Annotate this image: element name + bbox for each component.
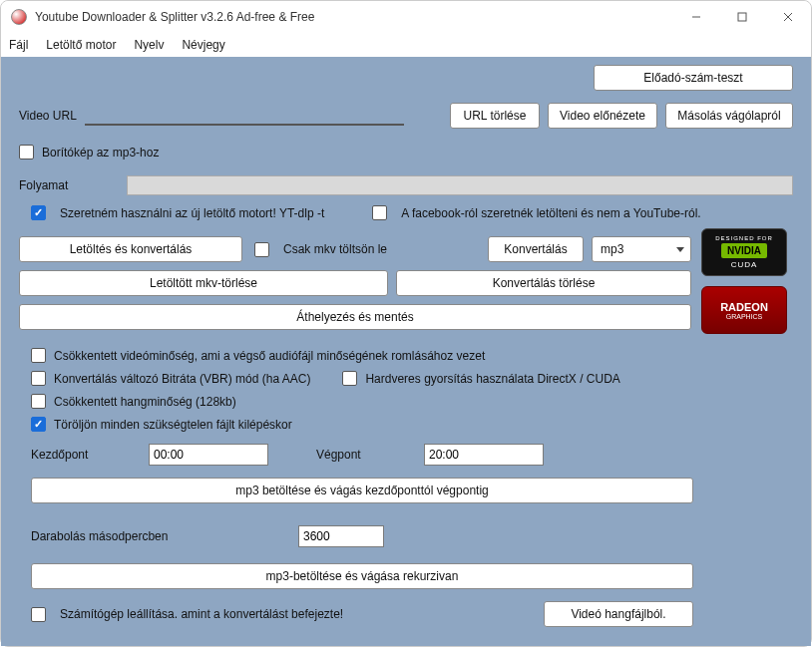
radeon-badge: RADEON GRAPHICS xyxy=(701,286,787,334)
low-video-checkbox[interactable] xyxy=(31,348,46,363)
convert-button[interactable]: Konvertálás xyxy=(488,236,584,262)
window-controls xyxy=(673,1,811,33)
mp3-recursive-row: mp3-betöltése és vágása rekurzivan xyxy=(19,563,793,589)
nvidia-logo: NVIDIA xyxy=(721,243,767,258)
menu-about[interactable]: Névjegy xyxy=(182,38,224,52)
cover-mp3-checkbox[interactable] xyxy=(19,145,34,160)
nvidia-top: DESIGNED FOR xyxy=(715,235,773,241)
only-mkv-label: Csak mkv töltsön le xyxy=(283,242,387,256)
video-from-audio-button[interactable]: Videó hangfájlból. xyxy=(544,601,693,627)
delete-temp-checkbox[interactable] xyxy=(31,417,46,432)
right-column: DESIGNED FOR NVIDIA CUDA RADEON GRAPHICS xyxy=(701,228,793,334)
low-audio-checkbox[interactable] xyxy=(31,394,46,409)
shutdown-label: Számítógép leállítása. amint a konvertál… xyxy=(60,607,343,621)
low-audio-label: Csökkentett hangminőség (128kb) xyxy=(54,395,236,409)
vbr-checkbox[interactable] xyxy=(31,371,46,386)
move-save-button[interactable]: Áthelyezés és mentés xyxy=(19,304,691,330)
menubar: Fájl Letöltő motor Nyelv Névjegy xyxy=(1,33,811,57)
svg-rect-1 xyxy=(738,13,746,21)
convert-clear-button[interactable]: Konvertálás törlése xyxy=(396,270,691,296)
url-row: Video URL URL törlése Video előnézete Má… xyxy=(19,103,793,129)
menu-file[interactable]: Fájl xyxy=(9,38,28,52)
delete-temp-label: Töröljön minden szükségtelen fájlt kilép… xyxy=(54,418,292,432)
low-video-row: Csökkentett videóminőség, ami a végső au… xyxy=(19,348,793,363)
shutdown-row: Számítógép leállítása. amint a konvertál… xyxy=(19,601,793,627)
mp3-cut-row: mp3 betöltése és vágás kezdőponttól végp… xyxy=(19,478,793,503)
video-url-label: Video URL xyxy=(19,109,77,123)
cover-mp3-label: Borítókép az mp3-hoz xyxy=(42,146,159,160)
mp3-recursive-button[interactable]: mp3-betöltése és vágása rekurzivan xyxy=(31,563,693,589)
main-controls: Letöltés és konvertálás Csak mkv töltsön… xyxy=(19,228,793,334)
artist-test-button[interactable]: Előadó-szám-teszt xyxy=(594,65,793,91)
vbr-row: Konvertálás változó Bitráta (VBR) mód (h… xyxy=(19,371,793,386)
radeon-sub: GRAPHICS xyxy=(726,313,763,320)
nvidia-bot: CUDA xyxy=(731,260,758,269)
time-row: Kezdőpont Végpont xyxy=(19,444,793,466)
window-title: Youtube Downloader & Splitter v3.2.6 Ad-… xyxy=(35,10,673,24)
use-new-engine-checkbox[interactable] xyxy=(31,205,46,220)
paste-clipboard-button[interactable]: Másolás vágólapról xyxy=(665,103,793,129)
video-url-input[interactable] xyxy=(85,106,404,126)
use-new-engine-label: Szeretném használni az új letöltő motort… xyxy=(60,206,324,220)
low-video-label: Csökkentett videóminőség, ami a végső au… xyxy=(54,349,485,363)
titlebar: Youtube Downloader & Splitter v3.2.6 Ad-… xyxy=(1,1,811,33)
end-point-label: Végpont xyxy=(316,448,416,462)
facebook-checkbox[interactable] xyxy=(372,205,387,220)
split-row: Darabolás másodpercben xyxy=(19,525,793,547)
end-point-input[interactable] xyxy=(424,444,544,466)
download-row: Letöltés és konvertálás Csak mkv töltsön… xyxy=(19,236,691,262)
left-column: Letöltés és konvertálás Csak mkv töltsön… xyxy=(19,228,691,334)
close-button[interactable] xyxy=(765,1,811,33)
hw-accel-checkbox[interactable] xyxy=(342,371,357,386)
format-select[interactable]: mp3 xyxy=(592,236,691,262)
delete-temp-row: Töröljön minden szükségtelen fájlt kilép… xyxy=(19,417,793,432)
delete-row: Letöltött mkv-törlése Konvertálás törlés… xyxy=(19,270,691,296)
app-icon xyxy=(11,9,27,25)
shutdown-checkbox[interactable] xyxy=(31,607,46,622)
download-convert-button[interactable]: Letöltés és konvertálás xyxy=(19,236,242,262)
delete-mkv-button[interactable]: Letöltött mkv-törlése xyxy=(19,270,388,296)
start-point-label: Kezdőpont xyxy=(31,448,141,462)
move-row: Áthelyezés és mentés xyxy=(19,304,691,330)
split-seconds-label: Darabolás másodpercben xyxy=(31,529,290,543)
content-area: Előadó-szám-teszt Video URL URL törlése … xyxy=(1,57,811,646)
minimize-button[interactable] xyxy=(673,1,719,33)
progress-bar xyxy=(127,175,793,195)
nvidia-badge: DESIGNED FOR NVIDIA CUDA xyxy=(701,228,787,276)
start-point-input[interactable] xyxy=(149,444,268,466)
video-preview-button[interactable]: Video előnézete xyxy=(548,103,657,129)
vbr-label: Konvertálás változó Bitráta (VBR) mód (h… xyxy=(54,372,310,386)
split-seconds-input[interactable] xyxy=(298,525,384,547)
radeon-logo: RADEON xyxy=(720,301,768,313)
menu-lang[interactable]: Nyelv xyxy=(134,38,164,52)
hw-accel-label: Hardveres gyorsítás használata DirectX /… xyxy=(365,372,619,386)
facebook-label: A facebook-ról szeretnék letölteni és ne… xyxy=(401,206,700,220)
cover-mp3-row: Borítókép az mp3-hoz xyxy=(19,145,793,160)
menu-engine[interactable]: Letöltő motor xyxy=(46,38,116,52)
process-label: Folyamat xyxy=(19,178,119,192)
app-window: Youtube Downloader & Splitter v3.2.6 Ad-… xyxy=(0,0,812,647)
low-audio-row: Csökkentett hangminőség (128kb) xyxy=(19,394,793,409)
only-mkv-checkbox[interactable] xyxy=(254,242,269,257)
engine-row: Szeretném használni az új letöltő motort… xyxy=(19,205,793,220)
maximize-button[interactable] xyxy=(719,1,765,33)
mp3-load-cut-button[interactable]: mp3 betöltése és vágás kezdőponttól végp… xyxy=(31,478,693,503)
url-clear-button[interactable]: URL törlése xyxy=(450,103,540,129)
process-row: Folyamat xyxy=(19,175,793,195)
format-value: mp3 xyxy=(601,242,623,256)
